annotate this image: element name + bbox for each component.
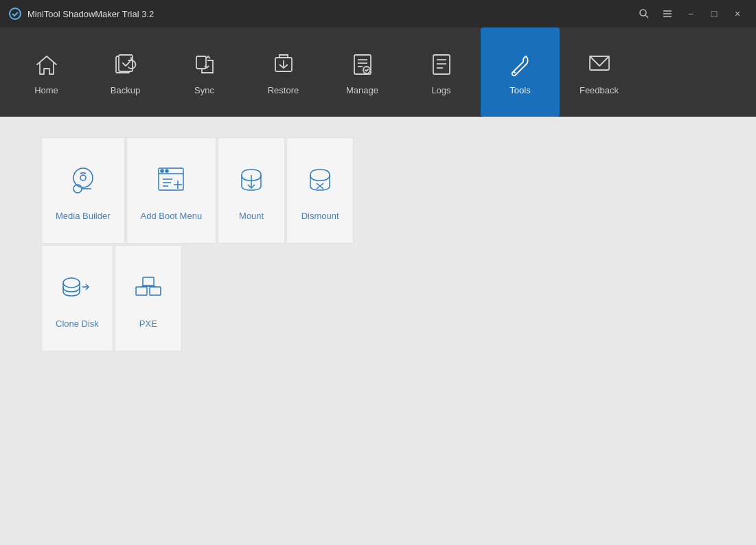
nav-item-feedback[interactable]: Feedback <box>560 27 639 117</box>
backup-icon <box>111 49 141 80</box>
svg-point-0 <box>10 8 21 19</box>
nav-item-home[interactable]: Home <box>7 27 86 117</box>
nav-label-tools: Tools <box>509 85 530 95</box>
tool-card-clone-disk[interactable]: Clone Disk <box>41 245 113 351</box>
svg-rect-8 <box>196 56 206 69</box>
pxe-icon <box>129 268 168 309</box>
nav-item-logs[interactable]: Logs <box>402 27 481 117</box>
mount-icon <box>232 160 271 201</box>
nav-item-backup[interactable]: Backup <box>86 27 165 117</box>
dismount-icon <box>301 160 339 201</box>
tools-icon <box>505 49 536 80</box>
main-content: Media Builder <box>0 117 756 545</box>
svg-rect-37 <box>136 287 147 295</box>
tool-label-dismount: Dismount <box>301 211 339 221</box>
svg-rect-16 <box>433 55 450 74</box>
nav-item-manage[interactable]: Manage <box>323 27 402 117</box>
logs-icon <box>426 49 457 80</box>
nav-label-home: Home <box>34 85 58 95</box>
tool-card-dismount[interactable]: Dismount <box>286 137 354 244</box>
tool-card-media-builder[interactable]: Media Builder <box>41 137 125 244</box>
app-logo-icon <box>8 7 22 21</box>
manage-icon <box>347 49 378 80</box>
tools-row-2: Clone Disk PXE <box>41 245 715 351</box>
nav-label-feedback: Feedback <box>580 85 619 95</box>
svg-point-27 <box>165 170 168 172</box>
nav-bar: Home Backup Sync <box>0 27 756 117</box>
svg-point-1 <box>640 10 646 16</box>
home-icon <box>32 49 62 80</box>
nav-item-tools[interactable]: Tools <box>481 27 560 117</box>
nav-item-sync[interactable]: Sync <box>165 27 244 117</box>
nav-label-backup: Backup <box>111 85 140 95</box>
tool-card-add-boot-menu[interactable]: Add Boot Menu <box>126 137 217 244</box>
media-builder-icon <box>64 160 102 201</box>
maximize-button[interactable]: □ <box>704 5 724 22</box>
nav-item-restore[interactable]: Restore <box>244 27 323 117</box>
tools-row-1: Media Builder <box>41 137 715 244</box>
sync-icon <box>190 49 220 80</box>
svg-rect-38 <box>150 287 161 295</box>
tools-section: Media Builder <box>41 137 715 351</box>
svg-line-2 <box>645 15 648 18</box>
tool-card-mount[interactable]: Mount <box>218 137 285 244</box>
search-button[interactable] <box>634 5 654 22</box>
window-controls: − □ × <box>634 5 748 22</box>
tool-label-mount: Mount <box>239 211 264 221</box>
svg-point-36 <box>63 278 80 288</box>
tool-label-media-builder: Media Builder <box>56 211 111 221</box>
title-bar-left: MiniTool ShadowMaker Trial 3.2 <box>8 7 154 21</box>
minimize-button[interactable]: − <box>680 5 701 22</box>
nav-label-sync: Sync <box>194 85 214 95</box>
svg-point-26 <box>161 170 163 172</box>
svg-rect-39 <box>143 277 154 286</box>
add-boot-menu-icon <box>152 160 190 201</box>
close-button[interactable]: × <box>727 5 748 22</box>
tool-label-add-boot-menu: Add Boot Menu <box>141 211 203 221</box>
svg-point-22 <box>80 175 86 181</box>
tool-card-pxe[interactable]: PXE <box>115 245 182 351</box>
feedback-icon <box>584 49 615 80</box>
restore-icon <box>268 49 299 80</box>
nav-label-manage: Manage <box>346 85 378 95</box>
tool-label-pxe: PXE <box>139 318 157 329</box>
nav-label-restore: Restore <box>268 85 299 95</box>
menu-button[interactable] <box>657 5 678 22</box>
tool-label-clone-disk: Clone Disk <box>56 318 99 329</box>
nav-label-logs: Logs <box>431 85 450 95</box>
clone-disk-icon <box>58 268 96 309</box>
title-bar: MiniTool ShadowMaker Trial 3.2 − □ × <box>0 0 756 27</box>
app-title: MiniTool ShadowMaker Trial 3.2 <box>27 9 154 19</box>
